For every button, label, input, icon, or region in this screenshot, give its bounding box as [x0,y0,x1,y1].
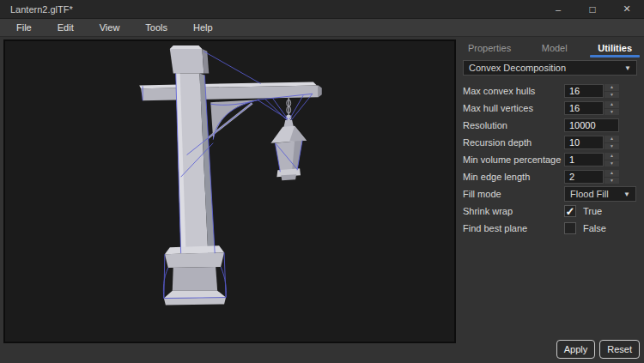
window-title: Lantern2.glTF* [10,4,73,15]
panel-tabs: Properties Model Utilities [456,37,644,57]
row-shrink-wrap: Shrink wrap ✓ True [456,203,644,220]
field-label: Fill mode [463,189,501,199]
chevron-down-icon: ▼ [623,191,630,198]
decomposition-select[interactable]: Convex Decomposition ▼ [463,60,637,76]
maximize-icon[interactable]: □ [575,0,610,18]
lantern-model [5,41,454,342]
max-hull-vertices-input[interactable] [564,101,604,115]
check-icon: ✓ [566,206,575,217]
field-label: Find best plane [463,223,527,233]
max-hull-vertices-stepper[interactable]: ▲ ▼ [605,101,619,115]
3d-viewport[interactable] [3,39,456,343]
spinner-down-icon[interactable]: ▼ [605,178,619,185]
row-fill-mode: Fill mode Flood Fill ▼ [456,185,644,203]
tab-properties[interactable]: Properties [468,43,511,57]
recursion-depth-stepper[interactable]: ▲ ▼ [605,136,619,149]
menu-file[interactable]: File [3,19,45,37]
settings-rows: Max convex hulls ▲ ▼ Max hull vertices ▲… [456,82,644,237]
field-label: Resolution [463,120,507,130]
row-min-volume-percentage: Min volume percentage ▲ ▼ [456,151,644,168]
spinner-up-icon[interactable]: ▲ [605,170,619,177]
min-edge-length-input[interactable] [564,170,604,184]
reset-button[interactable]: Reset [599,340,640,359]
row-min-edge-length: Min edge length ▲ ▼ [456,168,644,185]
max-convex-hulls-stepper[interactable]: ▲ ▼ [605,84,619,98]
field-label: Recursion depth [463,137,532,148]
chevron-down-icon: ▼ [624,64,631,72]
max-convex-hulls-input[interactable] [564,84,604,98]
field-label: Shrink wrap [463,206,513,216]
shrink-wrap-value: True [583,206,602,216]
apply-button[interactable]: Apply [556,340,596,359]
row-max-hull-vertices: Max hull vertices ▲ ▼ [456,100,644,117]
minimize-icon[interactable]: – [541,0,575,18]
fill-mode-select[interactable]: Flood Fill ▼ [564,186,636,202]
spinner-up-icon[interactable]: ▲ [605,101,619,108]
decomposition-select-value: Convex Decomposition [469,63,566,73]
resolution-input[interactable] [564,118,619,132]
close-icon[interactable]: ✕ [610,0,644,18]
spinner-down-icon[interactable]: ▼ [605,109,619,116]
menu-edit[interactable]: Edit [45,19,87,37]
min-edge-length-stepper[interactable]: ▲ ▼ [605,170,619,184]
field-label: Min edge length [463,172,530,182]
window-controls: – □ ✕ [541,0,644,18]
spinner-up-icon[interactable]: ▲ [605,84,619,91]
panel-buttons: Apply Reset [556,340,640,359]
row-recursion-depth: Recursion depth ▲ ▼ [456,134,644,151]
utilities-panel: Properties Model Utilities Convex Decomp… [456,37,644,363]
spinner-down-icon[interactable]: ▼ [605,92,619,99]
menu-bar: File Edit View Tools Help [0,19,644,37]
min-volume-percentage-input[interactable] [564,153,604,166]
tab-model[interactable]: Model [542,43,568,57]
find-best-plane-checkbox[interactable] [564,222,576,234]
tab-utilities[interactable]: Utilities [598,43,632,57]
fill-mode-value: Flood Fill [570,189,609,199]
menu-help[interactable]: Help [180,19,226,37]
field-label: Max convex hulls [463,86,535,96]
title-bar: Lantern2.glTF* – □ ✕ [0,0,644,19]
spinner-up-icon[interactable]: ▲ [605,153,619,160]
spinner-down-icon[interactable]: ▼ [605,160,619,167]
shrink-wrap-checkbox[interactable]: ✓ [564,205,576,217]
row-find-best-plane: Find best plane False [456,220,644,237]
menu-view[interactable]: View [87,19,133,37]
row-max-convex-hulls: Max convex hulls ▲ ▼ [456,82,644,100]
spinner-down-icon[interactable]: ▼ [605,143,619,150]
find-best-plane-value: False [583,223,606,233]
row-resolution: Resolution [456,117,644,134]
menu-tools[interactable]: Tools [132,19,180,37]
spinner-up-icon[interactable]: ▲ [605,136,619,142]
recursion-depth-input[interactable] [564,136,604,149]
min-volume-percentage-stepper[interactable]: ▲ ▼ [605,153,619,166]
field-label: Max hull vertices [463,103,533,113]
field-label: Min volume percentage [463,154,561,165]
